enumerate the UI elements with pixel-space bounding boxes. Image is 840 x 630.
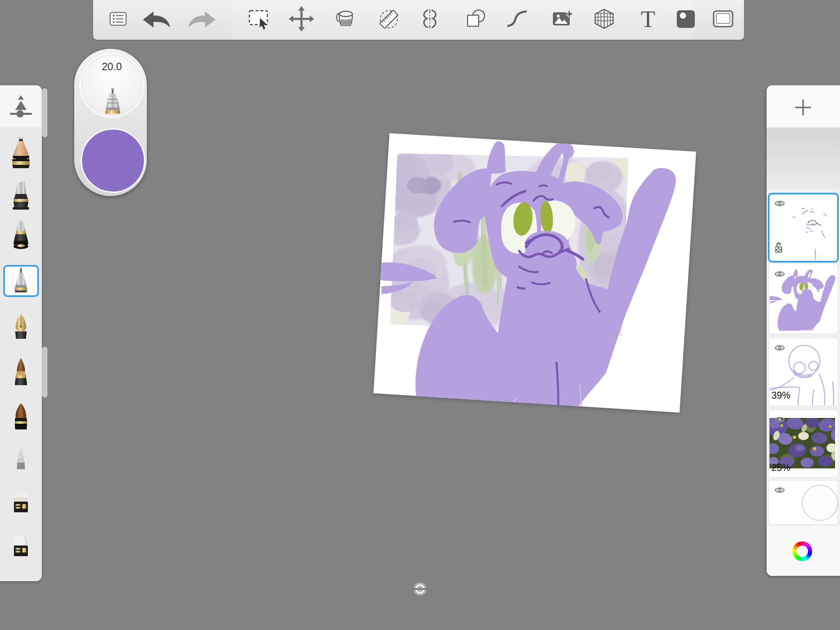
svg-text:25%: 25% — [772, 462, 790, 473]
svg-text:39%: 39% — [772, 390, 790, 401]
svg-text:T: T — [641, 6, 655, 32]
